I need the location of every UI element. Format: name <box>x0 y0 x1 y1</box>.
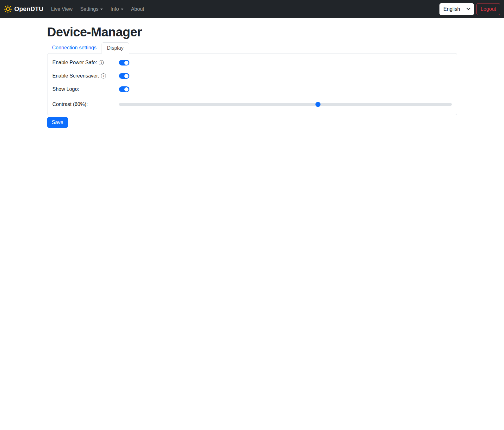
enable-power-safe-label: Enable Power Safe: i <box>53 60 119 65</box>
navbar-right: English Logout <box>439 3 500 15</box>
sun-logo-icon <box>4 5 12 13</box>
page-title: Device-Manager <box>47 25 457 39</box>
info-icon[interactable]: i <box>99 60 104 65</box>
contrast-slider[interactable] <box>119 101 452 108</box>
switch-knob <box>124 74 128 78</box>
brand-link[interactable]: OpenDTU <box>4 5 43 13</box>
enable-screensaver-control <box>119 73 452 79</box>
switch-knob <box>124 61 128 65</box>
language-select-value: English <box>444 6 460 12</box>
main-content: Device-Manager Connection settings Displ… <box>43 25 461 128</box>
show-logo-label-text: Show Logo: <box>53 86 79 92</box>
nav-item-info[interactable]: Info <box>108 4 126 15</box>
navbar-left: OpenDTU Live View Settings Info About <box>4 4 149 15</box>
contrast-label-text: Contrast (60%): <box>53 102 88 107</box>
display-settings-card: Enable Power Safe: i Enable Screensaver:… <box>47 53 457 115</box>
enable-screensaver-label-text: Enable Screensaver: <box>53 73 100 79</box>
language-select[interactable]: English <box>439 3 474 15</box>
contrast-slider-thumb[interactable] <box>315 102 320 107</box>
enable-power-safe-row: Enable Power Safe: i <box>53 59 452 67</box>
switch-knob <box>124 87 128 91</box>
save-button[interactable]: Save <box>47 117 68 128</box>
chevron-down-icon <box>466 6 470 10</box>
enable-power-safe-label-text: Enable Power Safe: <box>53 60 97 65</box>
enable-power-safe-switch[interactable] <box>119 60 129 65</box>
nav-item-info-label: Info <box>110 6 119 12</box>
nav-item-about[interactable]: About <box>128 4 147 15</box>
contrast-row: Contrast (60%): <box>53 100 452 109</box>
nav-item-live-view[interactable]: Live View <box>48 4 75 15</box>
enable-screensaver-switch[interactable] <box>119 73 129 79</box>
contrast-control <box>119 101 452 108</box>
caret-down-icon <box>121 9 123 10</box>
enable-screensaver-row: Enable Screensaver: i <box>53 72 452 80</box>
nav-item-about-label: About <box>131 6 144 12</box>
tab-connection-settings[interactable]: Connection settings <box>47 42 102 53</box>
info-icon[interactable]: i <box>101 73 106 78</box>
nav-item-settings-label: Settings <box>80 6 98 12</box>
brand-label: OpenDTU <box>14 5 43 13</box>
tab-display[interactable]: Display <box>102 42 129 53</box>
nav-item-settings[interactable]: Settings <box>78 4 105 15</box>
show-logo-control <box>119 86 452 92</box>
nav-item-live-view-label: Live View <box>51 6 72 12</box>
nav-links: Live View Settings Info About <box>48 4 149 15</box>
enable-power-safe-control <box>119 60 452 65</box>
contrast-slider-track[interactable] <box>119 103 452 106</box>
navbar: OpenDTU Live View Settings Info About En… <box>0 0 504 18</box>
show-logo-row: Show Logo: <box>53 85 452 93</box>
logout-button[interactable]: Logout <box>476 3 500 15</box>
enable-screensaver-label: Enable Screensaver: i <box>53 73 119 79</box>
contrast-label: Contrast (60%): <box>53 102 119 107</box>
caret-down-icon <box>100 9 103 10</box>
tab-bar: Connection settings Display <box>47 42 457 53</box>
show-logo-label: Show Logo: <box>53 86 119 92</box>
show-logo-switch[interactable] <box>119 86 129 92</box>
